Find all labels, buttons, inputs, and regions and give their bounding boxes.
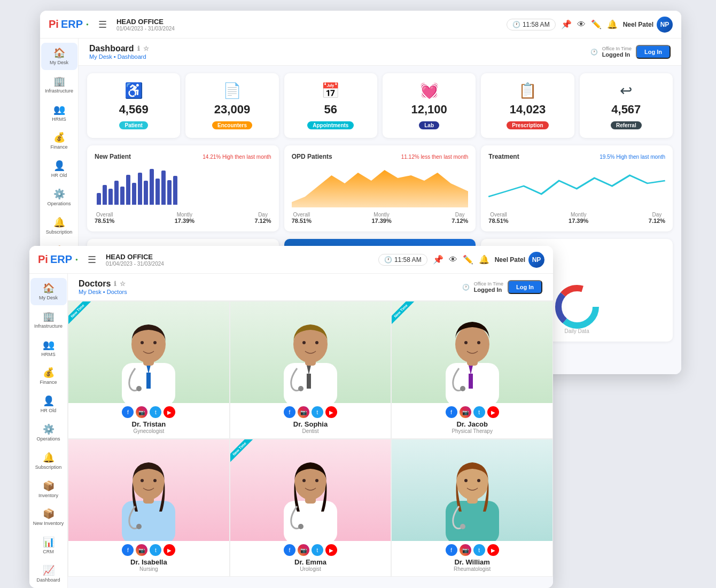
tristan-tw[interactable]: t	[150, 406, 161, 418]
doctors-breadcrumb-home[interactable]: My Desk	[79, 289, 102, 295]
william-fb[interactable]: f	[446, 544, 457, 556]
sidebar-item-operations[interactable]: ⚙️ Operations	[41, 184, 77, 211]
emma-specialty: Urologist	[300, 566, 321, 572]
stat-card-patient[interactable]: ♿ 4,569 Patient	[87, 73, 180, 138]
sophia-tw[interactable]: t	[312, 406, 323, 418]
doctor-card-emma[interactable]: New Time	[230, 439, 392, 577]
doctors-sidebar-crm[interactable]: 📊 CRM	[30, 532, 67, 559]
sophia-fb[interactable]: f	[284, 406, 295, 418]
tristan-ribbon: New Time	[68, 301, 93, 326]
tristan-social: f 📷 t ▶	[122, 403, 175, 420]
doctors-log-in-button[interactable]: Log In	[508, 280, 542, 294]
eye-icon[interactable]: 👁	[577, 20, 586, 29]
emma-tw[interactable]: t	[312, 544, 323, 556]
user-avatar[interactable]: NP	[657, 17, 673, 33]
sidebar-item-my-desk[interactable]: 🏠 My Desk	[41, 43, 77, 70]
doctors-sidebar-infrastructure[interactable]: 🏢 Infrastructure	[30, 306, 67, 334]
jacob-yt[interactable]: ▶	[487, 406, 499, 418]
doctor-card-sophia[interactable]: f 📷 t ▶ Dr. Sophia Dentist	[230, 301, 392, 439]
sophia-ig[interactable]: 📷	[298, 406, 309, 418]
doctor-card-william[interactable]: f 📷 t ▶ Dr. William Rheumatologist	[391, 439, 553, 577]
isabella-tw[interactable]: t	[150, 544, 161, 556]
tristan-ig[interactable]: 📷	[136, 406, 147, 418]
isabella-social: f 📷 t ▶	[122, 541, 175, 558]
jacob-ribbon-wrap: New Time	[392, 301, 421, 331]
doctors-sidebar-hrms[interactable]: 👥 HRMS	[30, 335, 67, 362]
bell-icon[interactable]: 🔔	[607, 19, 618, 29]
jacob-fb[interactable]: f	[446, 406, 457, 418]
emma-ig[interactable]: 📷	[298, 544, 309, 556]
sidebar-item-subscription[interactable]: 🔔 Subscription	[41, 212, 77, 239]
chart-stat-monthly: Montly 17.39%	[175, 212, 194, 224]
doctors-sidebar-new-inventory[interactable]: 📦 New Inventory	[30, 504, 67, 531]
isabella-ig[interactable]: 📷	[136, 544, 147, 556]
doctors-sidebar-my-desk[interactable]: 🏠 My Desk	[30, 278, 67, 305]
doctors-star-icon[interactable]: ☆	[120, 280, 126, 288]
sidebar-item-infrastructure[interactable]: 🏢 Infrastructure	[41, 71, 77, 98]
jacob-head	[455, 326, 489, 363]
emma-fb[interactable]: f	[284, 544, 295, 556]
star-icon[interactable]: ☆	[143, 45, 149, 52]
tristan-fb[interactable]: f	[122, 406, 134, 418]
sidebar-item-hr-old[interactable]: 👤 HR Old	[41, 156, 77, 183]
doctors-sidebar-dashboard[interactable]: 📈 Dashboard	[30, 560, 67, 587]
emma-yt[interactable]: ▶	[325, 544, 337, 556]
doctors-user-avatar[interactable]: NP	[528, 252, 544, 268]
menu-icon[interactable]: ☰	[98, 19, 107, 30]
william-yt[interactable]: ▶	[487, 544, 499, 556]
info-icon[interactable]: ℹ	[137, 45, 140, 52]
patient-icon: ♿	[92, 82, 175, 99]
william-tw[interactable]: t	[473, 544, 485, 556]
chart-stat-day: Day 7.12%	[254, 212, 271, 224]
doctors-edit-icon[interactable]: ✏️	[463, 254, 473, 265]
logo: PiERP ●	[49, 18, 89, 30]
pin-icon[interactable]: 📌	[561, 19, 572, 29]
isabella-fb[interactable]: f	[122, 544, 134, 556]
doctors-pin-icon[interactable]: 📌	[433, 254, 443, 265]
log-in-button[interactable]: Log In	[636, 45, 671, 59]
doctors-hrms-label: HRMS	[41, 352, 56, 358]
doctor-card-jacob[interactable]: New Time	[391, 301, 553, 439]
tristan-yt[interactable]: ▶	[164, 406, 175, 418]
stat-card-encounters[interactable]: 📄 23,009 Encounters	[185, 73, 278, 138]
isabella-yt[interactable]: ▶	[164, 544, 175, 556]
doctors-sidebar-hr-old[interactable]: 👤 HR Old	[30, 391, 67, 418]
stat-card-referral[interactable]: ↩ 4,567 Referral	[580, 73, 673, 138]
doctors-eye-icon[interactable]: 👁	[449, 255, 457, 265]
doctors-sidebar-inventory[interactable]: 📦 Inventory	[30, 476, 67, 503]
breadcrumb-home[interactable]: My Desk	[89, 53, 112, 60]
emma-ribbon: New Time	[230, 439, 255, 464]
doctors-title-text: Doctors	[79, 279, 111, 289]
doctor-card-isabella[interactable]: f 📷 t ▶ Dr. Isabella Nursing	[68, 439, 230, 577]
isabella-stethoscope-end	[136, 524, 142, 529]
doctors-page-header: Doctors ℹ ☆ My Desk • Doctors 🕐 Office I…	[68, 274, 553, 301]
sidebar-label-my-desk: My Desk	[50, 60, 68, 66]
isabella-svg	[111, 442, 186, 541]
stat-card-appointments[interactable]: 📅 56 Appointments	[284, 73, 377, 138]
chart-opd-header: OPD Patients 11.12% less then last month	[292, 153, 469, 160]
doctors-info-icon[interactable]: ℹ	[114, 280, 116, 288]
william-ig[interactable]: 📷	[460, 544, 471, 556]
sidebar-item-hrms[interactable]: 👥 HRMS	[41, 99, 77, 127]
chart-new-patient-pct: 14.21% High then last month	[203, 154, 271, 160]
doctor-card-tristan[interactable]: New Time	[68, 301, 230, 439]
bar-10	[150, 169, 154, 205]
doctors-infra-icon: 🏢	[43, 311, 55, 322]
isabella-eye-l	[141, 479, 144, 482]
doctors-menu-icon[interactable]: ☰	[88, 254, 96, 266]
doctors-sidebar-operations[interactable]: ⚙️ Operations	[30, 419, 67, 446]
doctors-sidebar-finance[interactable]: 💰 Finance	[30, 362, 67, 390]
doctors-topbar-actions: 🕐 11:58 AM 📌 👁 ✏️ 🔔 Neel Patel NP	[378, 252, 544, 268]
stat-card-prescription[interactable]: 📋 14,023 Prescription	[481, 73, 574, 138]
edit-icon[interactable]: ✏️	[591, 19, 602, 29]
doctors-sidebar-subscription[interactable]: 🔔 Subscription	[30, 447, 67, 475]
sophia-yt[interactable]: ▶	[325, 406, 337, 418]
office-time-block: 🕐 Office In Time Logged In Log In	[590, 45, 671, 59]
chart-opd-day: Day 7.12%	[452, 212, 468, 224]
jacob-ig[interactable]: 📷	[460, 406, 471, 418]
doctors-topbar: PiERP ● ☰ HEAD OFFICE 01/04/2023 - 31/03…	[29, 246, 553, 274]
stat-card-lab[interactable]: 💓 12,100 Lab	[383, 73, 476, 138]
sidebar-item-finance[interactable]: 💰 Finance	[41, 127, 77, 154]
jacob-tw[interactable]: t	[473, 406, 485, 418]
doctors-bell-icon[interactable]: 🔔	[479, 254, 489, 265]
